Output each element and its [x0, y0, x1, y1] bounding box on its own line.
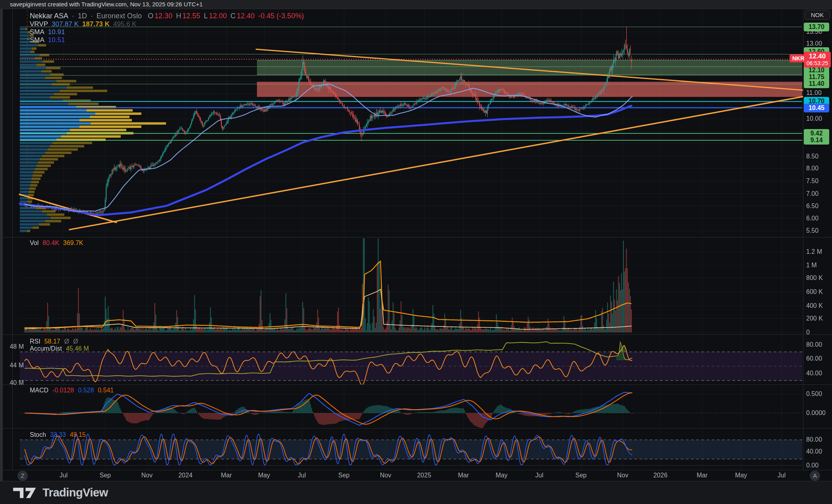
time-label[interactable]: Sep — [338, 472, 349, 479]
time-label[interactable]: Sep — [100, 472, 111, 479]
chart-canvas[interactable] — [0, 0, 832, 504]
macd-pane-legend[interactable]: MACD -0.0128 0.528 0.541 — [30, 387, 114, 394]
open-value: 12.30 — [154, 12, 172, 20]
price-tick: 11.00 — [806, 89, 822, 97]
attribution-text: savepiginvest created with TradingView.c… — [10, 1, 203, 8]
rsi-value: 58.17 — [44, 338, 60, 345]
sma-slow-row[interactable]: SMA 10.51 — [30, 36, 304, 44]
stoch-tick: 80.00 — [806, 436, 822, 443]
rsi-placeholder-1: Ø — [64, 338, 69, 345]
high-value: 12.55 — [182, 12, 200, 20]
high-label: H — [176, 12, 181, 20]
last-price-chip: 12.4006:53:25 — [804, 52, 831, 68]
stoch-pane-legend[interactable]: Stoch 33.33 49.15 — [30, 431, 86, 438]
symbol-row[interactable]: Nekkar ASA · 1D · Euronext Oslo O12.30 H… — [30, 12, 304, 20]
footer: TradingView — [0, 481, 832, 504]
time-label[interactable]: 2025 — [417, 472, 431, 479]
macd-signal-value: 0.541 — [98, 387, 114, 394]
stoch-label[interactable]: Stoch — [30, 431, 46, 438]
currency-button[interactable]: NOK — [805, 10, 830, 20]
close-label: C — [230, 12, 236, 20]
volume-tick: 0 — [806, 329, 810, 336]
rsi-tick: 60.00 — [806, 355, 822, 362]
volume-tick: 1 M — [806, 262, 817, 269]
price-tick: 13.00 — [806, 40, 822, 47]
time-label[interactable]: May — [496, 472, 508, 479]
volume-tick: 600 K — [806, 288, 823, 295]
vrvp-value-3: 495.6 K — [113, 20, 137, 28]
ticker-chip: NKR — [790, 54, 807, 62]
vrvp-row[interactable]: VRVP 307.87 K 187.73 K 495.6 K — [30, 20, 304, 28]
last-price-value: 12.40 — [804, 53, 831, 60]
time-label[interactable]: Nov — [380, 472, 391, 479]
accum-dist-value: 45.46 M — [66, 345, 89, 352]
price-tick: 6.50 — [806, 203, 818, 210]
volume-tick: 400 K — [806, 302, 823, 309]
time-label[interactable]: Mar — [458, 472, 469, 479]
accum-dist-pane-legend[interactable]: Accum/Dist 45.46 M — [30, 345, 89, 352]
sma-fast-row[interactable]: SMA 10.91 — [30, 28, 304, 36]
time-label[interactable]: May — [258, 472, 270, 479]
stoch-k-value: 33.33 — [50, 431, 66, 438]
volume-tick: 200 K — [806, 315, 823, 322]
time-label[interactable]: Jul — [298, 472, 306, 479]
tradingview-logo-text[interactable]: TradingView — [42, 486, 108, 499]
time-label[interactable]: 2026 — [653, 472, 668, 479]
rsi-pane-legend[interactable]: RSI 58.17 Ø Ø — [30, 338, 78, 345]
time-label[interactable]: Jul — [60, 472, 68, 479]
macd-hist-value: -0.0128 — [52, 387, 74, 394]
low-value: 12.00 — [209, 12, 227, 20]
time-label[interactable]: Jul — [535, 472, 543, 479]
time-label[interactable]: Nov — [617, 472, 628, 479]
time-label[interactable]: Sep — [575, 472, 587, 479]
volume-pane-legend[interactable]: Vol 80.4K 369.7K — [30, 239, 83, 247]
accum-scale-label: 48 M — [3, 343, 24, 350]
price-level-chip: 9.14 — [804, 136, 829, 145]
vrvp-label[interactable]: VRVP — [30, 20, 48, 28]
price-tick: 8.00 — [806, 165, 818, 172]
scroll-right-button[interactable]: A — [810, 471, 820, 481]
volume-label[interactable]: Vol — [30, 239, 39, 247]
rsi-label[interactable]: RSI — [30, 338, 41, 345]
attribution-bar: savepiginvest created with TradingView.c… — [0, 0, 832, 9]
change-value: -0.45 (-3.50%) — [258, 12, 304, 20]
macd-label[interactable]: MACD — [30, 387, 48, 394]
sma-slow-value: 10.51 — [48, 36, 65, 44]
macd-tick: 0.0000 — [806, 409, 826, 417]
accum-dist-label[interactable]: Accum/Dist — [30, 345, 62, 352]
time-label[interactable]: Nov — [141, 472, 153, 479]
stoch-d-value: 49.15 — [70, 431, 86, 438]
accum-scale-label: 40 M — [3, 379, 24, 386]
price-tick: 5.50 — [806, 227, 818, 234]
price-tick: 7.50 — [806, 178, 818, 185]
time-label[interactable]: Mar — [221, 472, 232, 479]
time-label[interactable]: May — [735, 472, 747, 479]
scroll-left-button[interactable]: Z — [17, 471, 28, 481]
tradingview-logo-icon[interactable] — [13, 488, 37, 498]
low-label: L — [204, 12, 208, 20]
vrvp-value-1: 307.87 K — [52, 20, 79, 28]
sma-slow-label[interactable]: SMA — [30, 36, 44, 44]
timeframe[interactable]: 1D — [78, 12, 87, 20]
time-label[interactable]: 2024 — [178, 472, 193, 479]
rsi-tick: 40.00 — [806, 370, 822, 377]
volume-value: 80.4K — [42, 239, 59, 247]
tradingview-published-chart: savepiginvest created with TradingView.c… — [0, 0, 832, 504]
price-tick: 7.00 — [806, 190, 818, 197]
price-tick: 10.00 — [806, 115, 822, 122]
volume-tick: 1.2 M — [806, 248, 822, 255]
time-label[interactable]: Jul — [778, 472, 786, 479]
close-value: 12.40 — [237, 12, 255, 20]
stoch-tick: 0.00 — [806, 462, 818, 469]
sma-fast-label[interactable]: SMA — [30, 28, 44, 36]
rsi-placeholder-2: Ø — [73, 338, 78, 345]
open-label: O — [148, 12, 153, 20]
price-tick: 6.00 — [806, 215, 818, 222]
time-label[interactable]: Mar — [697, 472, 708, 479]
macd-line-value: 0.528 — [78, 387, 94, 394]
macd-tick: 0.500 — [806, 390, 822, 398]
symbol-title[interactable]: Nekkar ASA — [30, 12, 68, 20]
volume-tick: 800 K — [806, 274, 823, 282]
vrvp-value-2: 187.73 K — [82, 20, 110, 28]
last-price-countdown: 06:53:25 — [804, 60, 831, 66]
